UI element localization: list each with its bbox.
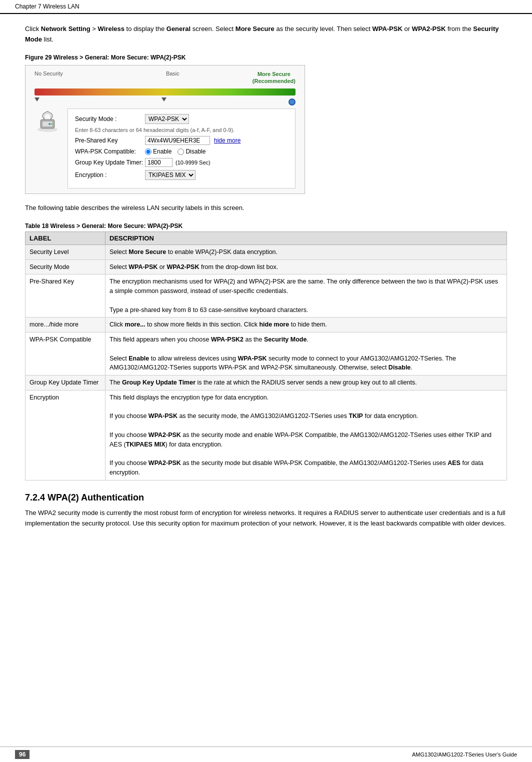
- table-row: Security Mode Select WPA-PSK or WPA2-PSK…: [26, 260, 507, 274]
- basic-label: Basic: [166, 70, 180, 76]
- tick-more-secure: [288, 98, 296, 106]
- row-label: more.../hide more: [26, 318, 106, 332]
- security-level-labels: No Security Basic More Secure(Recommende…: [34, 70, 296, 85]
- group-key-row: Group Key Update Timer: (10-9999 Sec): [75, 158, 288, 167]
- table-row: Pre-Shared Key The encryption mechanisms…: [26, 274, 507, 318]
- table-label: Table 18: [25, 222, 48, 230]
- disable-label: Disable: [186, 148, 206, 155]
- bold-wpa-psk: WPA-PSK: [372, 25, 402, 32]
- table-row: Security Level Select More Secure to ena…: [26, 244, 507, 260]
- figure-box: No Security Basic More Secure(Recommende…: [25, 65, 305, 194]
- table-row: Encryption This field displays the encry…: [26, 390, 507, 480]
- group-key-range: (10-9999 Sec): [176, 160, 210, 166]
- figure-title: Wireless > General: More Secure: WPA(2)-…: [54, 54, 186, 61]
- circle-marker: [288, 98, 296, 106]
- svg-point-3: [48, 123, 50, 125]
- encryption-select[interactable]: TKIPAES MIX: [145, 170, 196, 180]
- tick-no-security: [34, 98, 40, 106]
- row-label: Encryption: [26, 390, 106, 480]
- security-mode-select[interactable]: WPA2-PSK: [145, 114, 189, 124]
- table-row: more.../hide more Click more... to show …: [26, 318, 507, 332]
- page-number: 96: [15, 750, 30, 759]
- row-description: Select WPA-PSK or WPA2-PSK from the drop…: [106, 260, 507, 274]
- group-key-input[interactable]: [145, 158, 172, 167]
- page-footer: 96 AMG1302/AMG1202-TSeries User's Guide: [0, 746, 532, 762]
- figure-caption: Figure 29 Wireless > General: More Secur…: [25, 54, 507, 61]
- router-icon: [34, 110, 60, 134]
- table-row: WPA-PSK Compatible This field appears wh…: [26, 332, 507, 376]
- table-row: Group Key Update Timer The Group Key Upd…: [26, 376, 507, 390]
- pre-shared-key-row: Pre-Shared Key hide more: [75, 136, 288, 145]
- main-content: Click Network Setting > Wireless to disp…: [0, 14, 532, 564]
- bold-more-secure: More Secure: [236, 25, 274, 32]
- wpa-psk-label: WPA-PSK Compatible:: [75, 148, 145, 155]
- row-description: This field displays the encryption type …: [106, 390, 507, 480]
- bold-general: General: [166, 25, 190, 32]
- data-table: LABEL DESCRIPTION Security Level Select …: [25, 232, 507, 480]
- tick-basic: [162, 98, 166, 106]
- enable-radio[interactable]: [145, 148, 152, 155]
- security-form: Security Mode : WPA2-PSK Enter 8-63 char…: [68, 108, 296, 188]
- pre-shared-key-input[interactable]: [145, 136, 210, 145]
- section-heading: 7.2.4 WPA(2) Authentication: [25, 492, 507, 503]
- row-description: Click more... to show more fields in thi…: [106, 318, 507, 332]
- tick-arrow-2: [162, 98, 166, 102]
- product-name: AMG1302/AMG1202-TSeries User's Guide: [412, 752, 517, 758]
- paragraph-after-figure: The following table describes the wirele…: [25, 203, 507, 214]
- wpa-psk-compatible-row: WPA-PSK Compatible: Enable Disable: [75, 148, 288, 155]
- bold-wireless: Wireless: [98, 25, 124, 32]
- intro-paragraph: Click Network Setting > Wireless to disp…: [25, 24, 507, 45]
- more-secure-label: More Secure(Recommended): [252, 70, 296, 85]
- row-description: This field appears when you choose WPA-P…: [106, 332, 507, 376]
- col-label: LABEL: [26, 232, 106, 244]
- col-description: DESCRIPTION: [106, 232, 507, 244]
- row-label: WPA-PSK Compatible: [26, 332, 106, 376]
- tick-arrow-1: [34, 98, 40, 102]
- row-label: Security Level: [26, 244, 106, 260]
- table-title: Wireless > General: More Secure: WPA(2)-…: [50, 222, 182, 230]
- section-paragraph: The WPA2 security mode is currently the …: [25, 508, 507, 529]
- row-label: Security Mode: [26, 260, 106, 274]
- no-security-label: No Security: [34, 70, 63, 76]
- bold-wpa2-psk: WPA2-PSK: [412, 25, 446, 32]
- security-gradient-bar: [34, 88, 296, 96]
- bold-network-setting: Network Setting: [41, 25, 90, 32]
- pre-shared-key-label: Pre-Shared Key: [75, 137, 145, 144]
- row-description: Select More Secure to enable WPA(2)-PSK …: [106, 244, 507, 260]
- enable-label: Enable: [153, 148, 172, 155]
- disable-radio-label[interactable]: Disable: [178, 148, 206, 155]
- row-label: Group Key Update Timer: [26, 376, 106, 390]
- row-label: Pre-Shared Key: [26, 274, 106, 318]
- radio-group: Enable Disable: [145, 148, 206, 155]
- enable-radio-label[interactable]: Enable: [145, 148, 172, 155]
- encryption-row: Encryption : TKIPAES MIX: [75, 170, 288, 180]
- figure-label: Figure 29: [25, 54, 52, 61]
- row-description: The encryption mechanisms used for WPA(2…: [106, 274, 507, 318]
- form-area: Security Mode : WPA2-PSK Enter 8-63 char…: [34, 108, 296, 188]
- svg-point-4: [50, 123, 52, 125]
- security-mode-label: Security Mode :: [75, 116, 145, 122]
- chapter-title: Chapter 7 Wireless LAN: [15, 3, 80, 10]
- group-key-label: Group Key Update Timer:: [75, 159, 145, 166]
- form-hint: Enter 8-63 characters or 64 hexadecimal …: [75, 127, 288, 133]
- hide-more-link[interactable]: hide more: [214, 137, 240, 144]
- encryption-label: Encryption :: [75, 172, 145, 178]
- page-header: Chapter 7 Wireless LAN: [0, 0, 532, 14]
- row-description: The Group Key Update Timer is the rate a…: [106, 376, 507, 390]
- table-caption: Table 18 Wireless > General: More Secure…: [25, 222, 507, 230]
- security-mode-row: Security Mode : WPA2-PSK: [75, 114, 288, 124]
- figure-inner: No Security Basic More Secure(Recommende…: [26, 70, 304, 194]
- disable-radio[interactable]: [178, 148, 184, 155]
- tick-row: [34, 98, 296, 106]
